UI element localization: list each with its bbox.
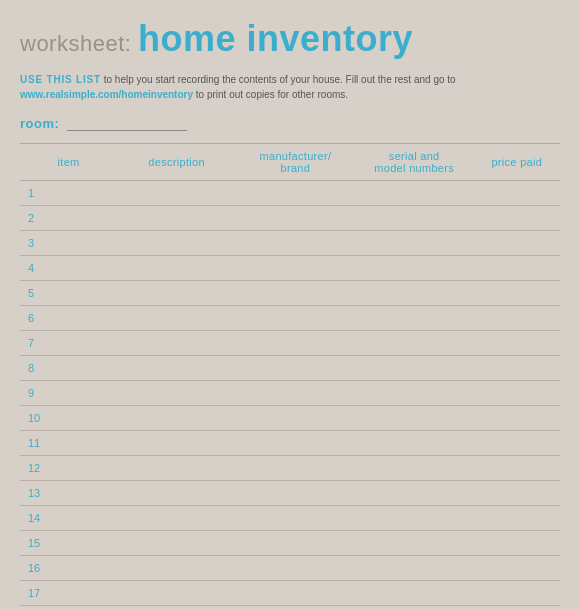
table-cell: [355, 306, 474, 331]
table-cell: [236, 406, 355, 431]
col-header-manufacturer: manufacturer/brand: [236, 144, 355, 181]
table-cell: [236, 481, 355, 506]
table-row: 4: [20, 256, 560, 281]
table-cell: [355, 531, 474, 556]
table-cell: [355, 281, 474, 306]
table-cell: [474, 231, 560, 256]
table-cell: [117, 206, 236, 231]
table-cell: [236, 281, 355, 306]
table-cell: [355, 356, 474, 381]
table-cell: [474, 256, 560, 281]
table-cell: [117, 231, 236, 256]
title-prefix: worksheet:: [20, 31, 138, 56]
table-cell: [117, 456, 236, 481]
table-cell: [355, 481, 474, 506]
table-cell: [117, 381, 236, 406]
table-cell: [117, 356, 236, 381]
table-cell: [474, 431, 560, 456]
table-row: 15: [20, 531, 560, 556]
room-label: room:: [20, 116, 59, 131]
table-cell: [117, 406, 236, 431]
table-cell: [117, 506, 236, 531]
table-row: 8: [20, 356, 560, 381]
intro-text1: to help you start recording the contents…: [101, 74, 456, 85]
table-cell: [474, 306, 560, 331]
table-cell: [355, 406, 474, 431]
row-number: 4: [20, 256, 117, 281]
table-cell: [117, 531, 236, 556]
table-cell: [236, 381, 355, 406]
table-row: 9: [20, 381, 560, 406]
table-cell: [236, 456, 355, 481]
table-cell: [355, 181, 474, 206]
row-number: 8: [20, 356, 117, 381]
table-cell: [355, 256, 474, 281]
table-cell: [236, 581, 355, 606]
row-number: 15: [20, 531, 117, 556]
table-cell: [355, 456, 474, 481]
room-input-underline: [67, 117, 187, 131]
table-cell: [355, 581, 474, 606]
table-row: 3: [20, 231, 560, 256]
title-main: home inventory: [138, 18, 413, 59]
table-row: 11: [20, 431, 560, 456]
intro-text2: to print out copies for other rooms.: [193, 89, 348, 100]
table-cell: [236, 306, 355, 331]
table-cell: [474, 506, 560, 531]
table-cell: [474, 331, 560, 356]
row-number: 2: [20, 206, 117, 231]
row-number: 10: [20, 406, 117, 431]
table-cell: [236, 556, 355, 581]
col-header-description: description: [117, 144, 236, 181]
table-cell: [236, 256, 355, 281]
row-number: 5: [20, 281, 117, 306]
row-number: 7: [20, 331, 117, 356]
table-cell: [474, 581, 560, 606]
table-row: 18: [20, 606, 560, 610]
table-cell: [236, 606, 355, 610]
table-cell: [355, 381, 474, 406]
intro-link: www.realsimple.com/homeinventory: [20, 89, 193, 100]
intro-section: USE THIS LIST to help you start recordin…: [20, 72, 560, 102]
table-cell: [236, 431, 355, 456]
table-cell: [117, 581, 236, 606]
table-cell: [355, 206, 474, 231]
table-row: 1: [20, 181, 560, 206]
table-cell: [236, 181, 355, 206]
row-number: 14: [20, 506, 117, 531]
row-number: 3: [20, 231, 117, 256]
table-cell: [474, 531, 560, 556]
table-cell: [474, 406, 560, 431]
table-cell: [236, 506, 355, 531]
table-cell: [355, 231, 474, 256]
table-cell: [355, 606, 474, 610]
row-number: 17: [20, 581, 117, 606]
table-row: 7: [20, 331, 560, 356]
table-row: 6: [20, 306, 560, 331]
title-section: worksheet: home inventory: [20, 18, 560, 60]
row-number: 11: [20, 431, 117, 456]
table-cell: [236, 356, 355, 381]
page-wrapper: worksheet: home inventory USE THIS LIST …: [20, 18, 560, 609]
row-number: 1: [20, 181, 117, 206]
row-number: 6: [20, 306, 117, 331]
table-row: 13: [20, 481, 560, 506]
col-header-price: price paid: [474, 144, 560, 181]
row-number: 13: [20, 481, 117, 506]
table-cell: [474, 556, 560, 581]
table-row: 16: [20, 556, 560, 581]
table-cell: [474, 281, 560, 306]
table-cell: [474, 606, 560, 610]
room-section: room:: [20, 116, 560, 131]
row-number: 12: [20, 456, 117, 481]
table-cell: [474, 356, 560, 381]
table-cell: [355, 556, 474, 581]
table-cell: [117, 256, 236, 281]
table-cell: [117, 556, 236, 581]
table-cell: [236, 231, 355, 256]
table-cell: [117, 331, 236, 356]
table-cell: [355, 431, 474, 456]
table-header-row: item description manufacturer/brand seri…: [20, 144, 560, 181]
table-cell: [117, 606, 236, 610]
table-cell: [236, 531, 355, 556]
